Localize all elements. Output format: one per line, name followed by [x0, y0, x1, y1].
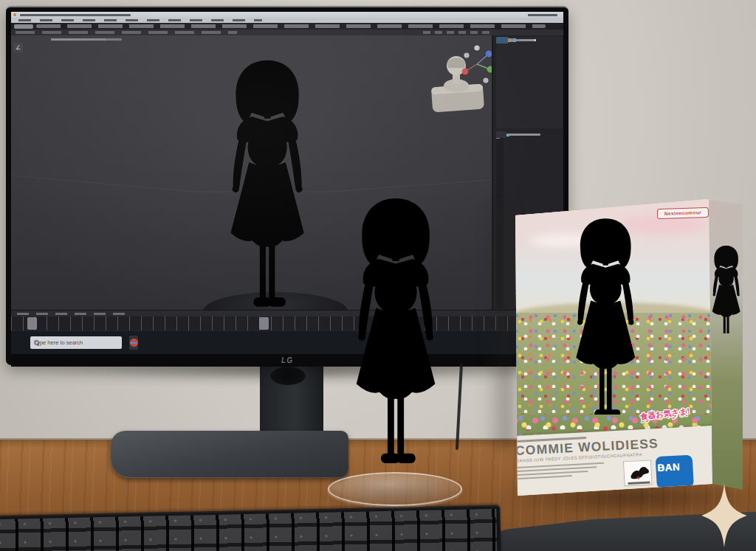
- window-controls-blur[interactable]: [528, 14, 557, 16]
- viewport-toolbar: ▭ ✛ ✥ ⟳ ⤡ ▣ ✎ ∠: [13, 43, 24, 142]
- timeline-end-handle[interactable]: [259, 317, 269, 330]
- blender-icon[interactable]: [129, 336, 138, 350]
- blender-app-icon: [13, 13, 16, 16]
- timeline-menu-blur: [17, 313, 128, 315]
- blender-titlebar[interactable]: [11, 12, 563, 18]
- sparkle-watermark-icon: [700, 484, 749, 547]
- box-art-girl: .a .g-hairback{fill:#7a5236}.a .g-hairfr…: [551, 208, 662, 440]
- keyboard-keys: [0, 509, 498, 551]
- maker-logo-box: [623, 460, 653, 486]
- taskbar-icons: [129, 336, 269, 352]
- photo-scene: ▭ ✛ ✥ ⟳ ⤡ ▣ ✎ ∠ .m .g-hairback{fill:#8e8…: [0, 0, 756, 551]
- viewport-header-toggles-blur[interactable]: [423, 31, 489, 34]
- blender-workspace: ▭ ✛ ✥ ⟳ ⤡ ▣ ✎ ∠ .m .g-hairback{fill:#8e8…: [11, 35, 563, 310]
- timeline-panel[interactable]: [11, 310, 563, 330]
- monitor-stand-base: [111, 431, 348, 478]
- product-box: .a .g-hairback{fill:#7a5236}.a .g-hairfr…: [508, 193, 753, 503]
- window-title-text-blur: [20, 14, 131, 16]
- box-badge: Nexioncomour: [657, 207, 709, 219]
- outliner-row[interactable]: [496, 37, 512, 44]
- properties-row[interactable]: [496, 131, 506, 138]
- outliner-panel[interactable]: [496, 37, 563, 128]
- search-input[interactable]: Type here to search: [30, 336, 122, 349]
- timeline-header[interactable]: [11, 311, 563, 316]
- monitor-brand-logo: LG: [271, 356, 303, 365]
- blender-menubar[interactable]: [11, 18, 563, 23]
- maker-logo-text-blur: [628, 482, 650, 485]
- measure-icon[interactable]: ∠: [13, 43, 23, 52]
- workspace-tabs-blur[interactable]: [36, 24, 546, 28]
- navigation-gizmo-icon[interactable]: [454, 41, 492, 87]
- bandai-line2: DAI: [657, 462, 676, 474]
- start-icon[interactable]: [16, 339, 24, 347]
- monitor-screen: ▭ ✛ ✥ ⟳ ⤡ ▣ ✎ ∠ .m .g-hairback{fill:#8e8…: [11, 12, 563, 354]
- monitor-stand-cable-hole: [270, 366, 306, 385]
- search-placeholder: Type here to search: [34, 339, 83, 346]
- figurine-girl: .f .g-hairback{fill:#6e4a2e}.f .g-hairfr…: [323, 184, 470, 493]
- menu-items-blur[interactable]: [18, 19, 262, 21]
- viewport-overlay-info-text: [51, 38, 140, 50]
- workspace-tabs-row[interactable]: [11, 23, 563, 30]
- 3d-model-girl[interactable]: .m .g-hairback{fill:#8e867c}.m .g-hairfr…: [199, 47, 337, 310]
- box-front-face: .a .g-hairback{fill:#7a5236}.a .g-hairfr…: [508, 193, 722, 503]
- viewport-header[interactable]: [11, 30, 563, 35]
- workspace-tab-active[interactable]: [14, 24, 33, 29]
- timeline-playhead-handle[interactable]: [27, 317, 37, 330]
- timeline-ruler[interactable]: [11, 316, 563, 331]
- monitor-bottom-bezel: LG: [11, 354, 563, 367]
- bandai-logo: BAN DAI: [657, 457, 693, 488]
- windows-taskbar[interactable]: Type here to search: [11, 330, 563, 354]
- bird-icon: [626, 462, 650, 482]
- box-side-girl: [710, 223, 743, 333]
- viewport-header-menus-blur[interactable]: [16, 31, 237, 34]
- box-side-face: [709, 193, 753, 503]
- box-info-band: COMMIE WOLIDIESS ERNSE-IUW TREDY JOLES E…: [509, 426, 721, 500]
